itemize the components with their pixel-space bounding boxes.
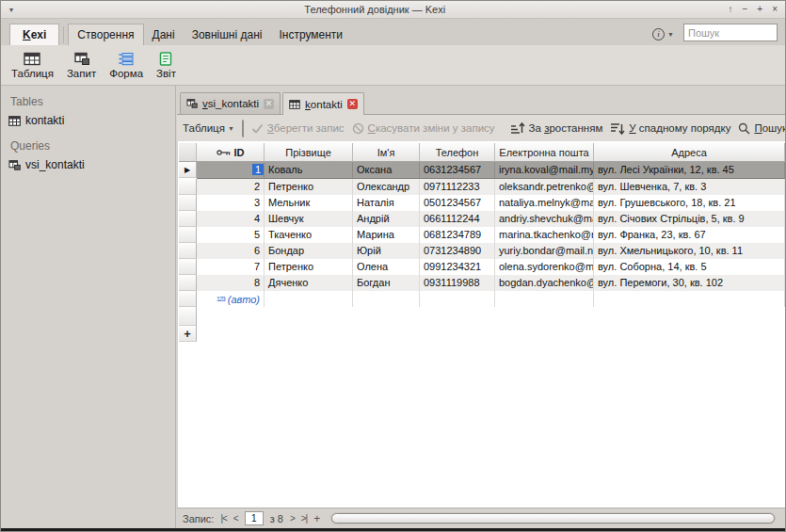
column-header-3[interactable]: Ім'я (353, 143, 420, 162)
cell-Прізвище[interactable]: Мельник (265, 195, 353, 211)
next-record-button[interactable]: > (290, 513, 295, 524)
object-menu-button[interactable]: Таблиця ▼ (183, 122, 234, 134)
close-tab-icon[interactable]: ✕ (347, 99, 358, 109)
sidebar-item-kontakti[interactable]: kontakti (1, 111, 175, 130)
cell-Електронна пошта[interactable]: olena.sydorenko@m (495, 259, 594, 275)
cell-Електронна пошта[interactable]: yuriy.bondar@mail.n (495, 243, 594, 259)
cell-Ім'я[interactable]: Богдан (353, 275, 420, 291)
global-search-input[interactable] (683, 24, 778, 41)
row-header[interactable] (179, 259, 197, 275)
cell-Прізвище[interactable]: Дяченко (265, 275, 353, 291)
window-close-button[interactable]: × (772, 5, 778, 14)
column-header-4[interactable]: Телефон (420, 143, 495, 162)
menu-tab-kexi[interactable]: Kexi (9, 24, 59, 45)
cell-ID[interactable]: 4 (197, 211, 265, 227)
row-header[interactable] (179, 195, 197, 211)
cell-Прізвище[interactable]: Бондар (265, 243, 353, 259)
row-header[interactable] (179, 275, 197, 291)
cell-Прізвище[interactable]: Коваль (265, 162, 353, 179)
cell-Адреса[interactable]: вул. Грушевського, 18, кв. 21 (594, 195, 785, 211)
cell-Електронна пошта[interactable]: bogdan.dyachenko@ (495, 275, 594, 291)
cell-Ім'я[interactable]: Марина (353, 227, 420, 243)
new-record-button[interactable]: + (313, 512, 320, 525)
cell-Електронна пошта[interactable]: andriy.shevchuk@ma (495, 211, 594, 227)
menu-tab-external-data[interactable]: Зовнішні дані (184, 24, 271, 45)
sort-ascending-button[interactable]: За зростанням (510, 122, 603, 135)
current-record-field[interactable]: 1 (245, 511, 264, 525)
row-header[interactable] (179, 291, 197, 307)
menu-tab-create[interactable]: Створення (68, 24, 143, 45)
cell-Адреса[interactable]: вул. Соборна, 14, кв. 5 (594, 259, 785, 275)
cell-Прізвище[interactable]: Шевчук (265, 211, 353, 227)
tab-kontakti[interactable]: kontakti ✕ (282, 92, 364, 115)
table-corner-cell[interactable] (179, 143, 197, 162)
cell-empty[interactable] (353, 291, 420, 307)
column-header-5[interactable]: Електронна пошта (495, 143, 594, 162)
cell-ID[interactable]: 8 (197, 275, 265, 291)
cell-Електронна пошта[interactable]: iryna.koval@mail.my (495, 162, 594, 179)
cell-Телефон[interactable]: 0931119988 (420, 275, 495, 291)
menu-tab-data[interactable]: Дані (144, 24, 184, 45)
cell-Телефон[interactable]: 0501234567 (420, 195, 495, 211)
column-header-1[interactable]: ID (197, 143, 265, 162)
cell-Прізвище[interactable]: Петренко (265, 179, 353, 195)
cell-Телефон[interactable]: 0661112244 (420, 211, 495, 227)
row-header[interactable] (179, 227, 197, 243)
window-maximize-button[interactable]: + (757, 5, 762, 14)
row-header[interactable] (179, 307, 197, 326)
create-form-button[interactable]: Форма (103, 50, 150, 81)
cell-Телефон[interactable]: 0731234890 (420, 243, 495, 259)
cell-Адреса[interactable]: вул. Лесі Українки, 12, кв. 45 (594, 162, 785, 179)
window-menu-button[interactable]: ▾ (1, 6, 22, 14)
scrollbar-thumb[interactable] (331, 513, 775, 524)
cell-Ім'я[interactable]: Андрій (353, 211, 420, 227)
column-header-6[interactable]: Адреса (594, 143, 785, 162)
column-header-2[interactable]: Прізвище (265, 143, 353, 162)
cell-Прізвище[interactable]: Петренко (265, 259, 353, 275)
window-minimize-button[interactable]: − (742, 5, 747, 14)
cell-empty[interactable] (594, 291, 785, 307)
menu-tab-tools[interactable]: Інструменти (270, 24, 351, 45)
previous-record-button[interactable]: < (233, 513, 238, 524)
find-button[interactable]: Пошук... (738, 122, 786, 135)
horizontal-scrollbar[interactable] (330, 512, 776, 524)
cell-Електронна пошта[interactable]: oleksandr.petrenko@ (495, 179, 594, 195)
cell-Адреса[interactable]: вул. Перемоги, 30, кв. 102 (594, 275, 785, 291)
cell-Ім'я[interactable]: Оксана (353, 162, 420, 179)
cell-Ім'я[interactable]: Олександр (353, 179, 420, 195)
cancel-record-changes-button[interactable]: Скасувати зміни у запису (352, 122, 495, 135)
add-record-row-header[interactable]: + (179, 326, 197, 342)
cell-ID[interactable]: 6 (197, 243, 265, 259)
create-table-button[interactable]: Таблиця (5, 50, 60, 81)
row-header[interactable] (179, 243, 197, 259)
cell-empty[interactable] (265, 291, 353, 307)
cell-auto-id[interactable]: 123(авто) (197, 291, 265, 307)
cell-Ім'я[interactable]: Юрій (353, 243, 420, 259)
first-record-button[interactable]: |< (220, 513, 226, 524)
cell-Адреса[interactable]: вул. Франка, 23, кв. 67 (594, 227, 785, 243)
cell-Адреса[interactable]: вул. Січових Стрільців, 5, кв. 9 (594, 211, 785, 227)
row-header[interactable] (179, 211, 197, 227)
cell-ID[interactable]: 1 (197, 162, 265, 179)
create-report-button[interactable]: Звіт (150, 50, 183, 81)
cell-Телефон[interactable]: 0681234789 (420, 227, 495, 243)
cell-Прізвище[interactable]: Ткаченко (265, 227, 353, 243)
cell-Телефон[interactable]: 0971112233 (420, 179, 495, 195)
window-shade-button[interactable]: ↑ (728, 5, 732, 14)
tab-vsi-kontakti[interactable]: vsi_kontakti ✕ (180, 92, 281, 114)
cell-Ім'я[interactable]: Наталія (353, 195, 420, 211)
cell-Електронна пошта[interactable]: nataliya.melnyk@ma (495, 195, 594, 211)
data-view-button[interactable]: Дані (243, 121, 244, 137)
cell-ID[interactable]: 5 (197, 227, 265, 243)
cell-ID[interactable]: 2 (197, 179, 265, 195)
close-tab-icon[interactable]: ✕ (264, 99, 274, 109)
create-query-button[interactable]: Запит (60, 50, 103, 81)
cell-ID[interactable]: 3 (197, 195, 265, 211)
cell-empty[interactable] (495, 291, 594, 307)
cell-Телефон[interactable]: 0631234567 (420, 162, 495, 179)
cell-Ім'я[interactable]: Олена (353, 259, 420, 275)
cell-Електронна пошта[interactable]: marina.tkachenko@r (495, 227, 594, 243)
cell-Телефон[interactable]: 0991234321 (420, 259, 495, 275)
last-record-button[interactable]: >| (301, 513, 307, 524)
sort-descending-button[interactable]: У спадному порядку (610, 122, 730, 135)
